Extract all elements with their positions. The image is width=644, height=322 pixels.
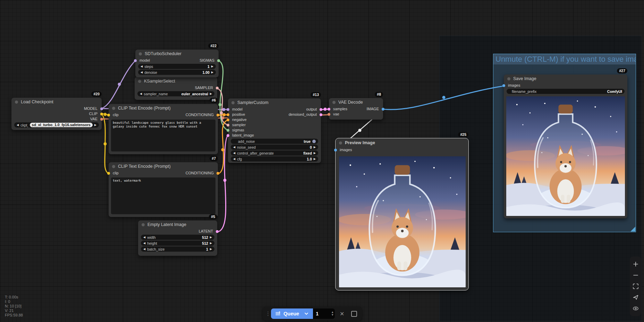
sampler-name-widget[interactable]: ◀ sampler_name euler_ancestral ▶ <box>137 91 214 96</box>
arrow-right-icon[interactable]: ▶ <box>210 235 212 240</box>
model-output-port[interactable] <box>100 107 103 110</box>
clip-input-port[interactable] <box>107 172 110 175</box>
arrow-right-icon[interactable]: ▶ <box>94 122 96 128</box>
node-title-bar[interactable]: Load Checkpoint <box>11 98 102 106</box>
images-input-port[interactable] <box>334 149 337 151</box>
batch-size-widget[interactable]: ◀ batch_size 1 ▶ <box>141 246 214 252</box>
queue-button[interactable]: Queue <box>271 308 313 319</box>
arrow-right-icon[interactable]: ▶ <box>210 246 212 252</box>
sigmas-output-port[interactable] <box>217 59 220 62</box>
node-sdturbo-scheduler[interactable]: #22 SDTurboScheduler model SIGMAS ◀ step… <box>135 50 219 77</box>
filename-prefix-widget[interactable]: filename_prefix ComfyUI <box>507 89 625 94</box>
arrow-left-icon[interactable]: ◀ <box>233 156 235 162</box>
collapse-dot-icon[interactable] <box>231 101 235 104</box>
conditioning-output-port[interactable] <box>217 114 219 116</box>
stop-button[interactable] <box>351 311 357 317</box>
arrow-right-icon[interactable]: ▶ <box>211 64 213 69</box>
node-title-bar[interactable]: Preview Image <box>336 138 468 147</box>
fit-view-icon[interactable] <box>633 283 639 289</box>
node-title-bar[interactable]: Save Image <box>504 75 627 83</box>
collapse-dot-icon[interactable] <box>15 101 18 104</box>
prompt-textarea[interactable]: text, watermark <box>111 177 215 214</box>
comfyui-canvas[interactable]: { "group": {"title": "Unmute (CTRL-M) if… <box>0 0 644 322</box>
denoised-output-port[interactable] <box>320 113 322 116</box>
group-title[interactable]: Unmute (CTRL-M) if you want to save imag… <box>493 54 636 64</box>
ckpt-name-widget[interactable]: ◀ ckpt_name sd_xl_turbo_1.0_fp16.safeten… <box>14 122 99 128</box>
arrow-left-icon[interactable]: ◀ <box>141 70 143 75</box>
arrow-left-icon[interactable]: ◀ <box>143 241 145 246</box>
count-stepper[interactable]: ▲▼ <box>331 311 334 316</box>
positive-input-port[interactable] <box>227 113 229 116</box>
denoise-widget[interactable]: ◀ denoise 1.00 ▶ <box>138 70 216 75</box>
vae-input-port[interactable] <box>328 113 330 116</box>
batch-count-input[interactable]: 1 ▲▼ <box>313 308 335 319</box>
node-preview-image[interactable]: #25 Preview Image images <box>335 138 469 290</box>
node-sampler-custom[interactable]: #13 SamplerCustom model output positive … <box>228 98 321 163</box>
model-input-port[interactable] <box>134 59 137 62</box>
output-port[interactable] <box>320 108 322 111</box>
clip-input-port[interactable] <box>107 114 110 116</box>
arrow-right-icon[interactable]: ▶ <box>210 241 212 246</box>
sigmas-input-port[interactable] <box>227 129 229 132</box>
node-empty-latent-image[interactable]: #5 Empty Latent Image LATENT ◀ width 512… <box>138 220 217 256</box>
latent-image-input-port[interactable] <box>227 134 229 137</box>
node-title-bar[interactable]: CLIP Text Encode (Prompt) <box>109 162 218 171</box>
collapse-dot-icon[interactable] <box>339 141 342 145</box>
toggle-icon[interactable] <box>312 140 316 143</box>
conditioning-output-port[interactable] <box>217 172 219 175</box>
arrow-left-icon[interactable]: ◀ <box>143 246 145 252</box>
pointer-icon[interactable] <box>633 294 639 301</box>
arrow-left-icon[interactable]: ◀ <box>143 235 145 240</box>
zoom-out-icon[interactable] <box>633 272 639 278</box>
sampler-output-port[interactable] <box>216 87 219 89</box>
zoom-in-icon[interactable] <box>633 261 639 267</box>
collapse-dot-icon[interactable] <box>142 223 145 226</box>
model-input-port[interactable] <box>227 108 229 111</box>
steps-widget[interactable]: ◀ steps 1 ▶ <box>138 64 216 69</box>
samples-input-port[interactable] <box>328 108 330 111</box>
arrow-left-icon[interactable]: ◀ <box>233 145 235 150</box>
collapse-dot-icon[interactable] <box>507 77 510 80</box>
collapse-dot-icon[interactable] <box>112 165 115 168</box>
arrow-right-icon[interactable]: ▶ <box>314 145 316 150</box>
arrow-left-icon[interactable]: ◀ <box>140 91 142 96</box>
group-resize-handle[interactable] <box>630 227 635 232</box>
clip-output-port[interactable] <box>100 113 103 115</box>
node-vae-decode[interactable]: #8 VAE Decode samples IMAGE vae <box>329 98 383 120</box>
collapse-dot-icon[interactable] <box>138 80 141 83</box>
arrow-left-icon[interactable]: ◀ <box>233 150 235 156</box>
cancel-button[interactable]: ✕ <box>338 311 346 317</box>
toggle-link-visibility-icon[interactable] <box>633 305 639 312</box>
node-title-bar[interactable]: SamplerCustom <box>228 98 321 107</box>
node-clip-text-encode-negative[interactable]: #7 CLIP Text Encode (Prompt) clip CONDIT… <box>109 162 218 217</box>
node-clip-text-encode-positive[interactable]: #6 CLIP Text Encode (Prompt) clip CONDIT… <box>109 104 218 154</box>
prompt-textarea[interactable]: beautiful landscape scenery glass bottle… <box>111 120 215 151</box>
node-title-bar[interactable]: SDTurboScheduler <box>135 50 219 58</box>
node-title-bar[interactable]: Empty Latent Image <box>138 220 217 229</box>
node-load-checkpoint[interactable]: #20 Load Checkpoint MODEL CLIP VAE ◀ ckp… <box>11 98 102 130</box>
latent-output-port[interactable] <box>216 230 219 233</box>
control-after-generate-widget[interactable]: ◀ control_after_generate fixed ▶ <box>231 150 318 156</box>
arrow-right-icon[interactable]: ▶ <box>211 70 213 75</box>
arrow-left-icon[interactable]: ◀ <box>141 64 143 69</box>
collapse-dot-icon[interactable] <box>139 52 142 55</box>
noise-seed-widget[interactable]: ◀ noise_seed 0 ▶ <box>231 145 318 150</box>
arrow-right-icon[interactable]: ▶ <box>314 156 316 162</box>
arrow-left-icon[interactable]: ◀ <box>17 122 19 128</box>
vae-output-port[interactable] <box>100 118 103 121</box>
node-save-image[interactable]: #27 Save Image images filename_prefix Co… <box>504 75 627 218</box>
negative-input-port[interactable] <box>227 119 229 121</box>
node-title-bar[interactable]: CLIP Text Encode (Prompt) <box>109 104 218 112</box>
sampler-input-port[interactable] <box>227 124 229 127</box>
cfg-widget[interactable]: ◀ cfg 1.0 ▶ <box>231 156 318 162</box>
step-down-icon[interactable]: ▼ <box>331 314 334 316</box>
drag-handle-icon[interactable]: ⋮ <box>265 312 268 315</box>
node-ksampler-select[interactable]: KSamplerSelect SAMPLER ◀ sampler_name eu… <box>135 77 217 100</box>
add-noise-widget[interactable]: add_noise true <box>231 139 318 144</box>
arrow-right-icon[interactable]: ▶ <box>210 91 212 96</box>
height-widget[interactable]: ◀ height 512 ▶ <box>141 241 214 246</box>
collapse-dot-icon[interactable] <box>112 107 115 110</box>
width-widget[interactable]: ◀ width 512 ▶ <box>141 235 214 240</box>
chevron-down-icon[interactable] <box>304 311 309 316</box>
collapse-dot-icon[interactable] <box>332 101 336 104</box>
